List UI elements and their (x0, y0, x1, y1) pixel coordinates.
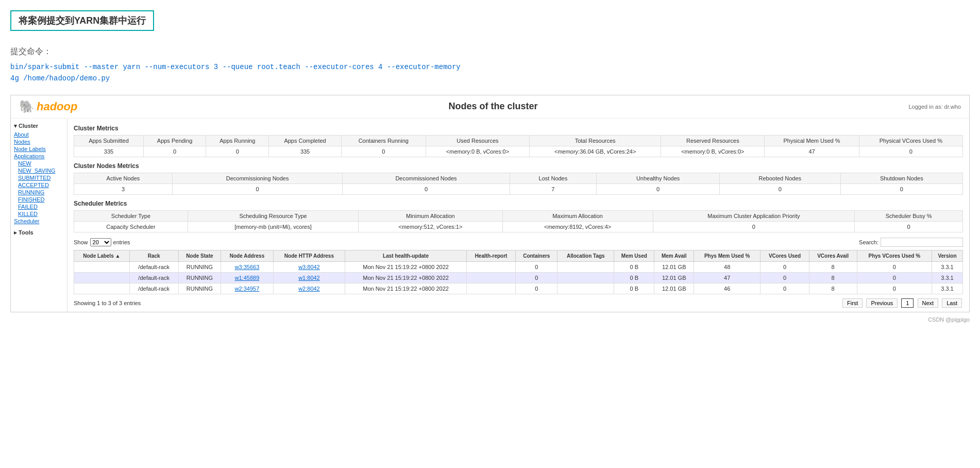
cell-address[interactable]: w1:45889 (221, 272, 273, 283)
sm-val-2: <memory:512, vCores:1> (359, 221, 503, 232)
nodes-header-vcores-avail: VCores Avail (809, 250, 857, 261)
cell-node-labels (74, 272, 130, 283)
sidebar-link-new[interactable]: NEW (18, 160, 64, 166)
cm-val-8: 47 (765, 146, 859, 157)
entries-label: entries (113, 239, 130, 245)
sidebar-link-running[interactable]: RUNNING (18, 189, 64, 195)
page-1-button[interactable]: 1 (901, 298, 914, 308)
cnm-val-3: 7 (510, 183, 596, 194)
nodes-header-address: Node Address (221, 250, 273, 261)
cell-rack: /default-rack (129, 261, 178, 272)
cell-address[interactable]: w2:34957 (221, 283, 273, 294)
table-row: /default-rackRUNNINGw1:45889w1:8042Mon N… (74, 272, 963, 283)
cell-phys-mem: 47 (694, 272, 761, 283)
hadoop-panel: 🐘 hadoop Nodes of the cluster Logged in … (10, 95, 970, 312)
table-row: /default-rackRUNNINGw3:35663w3:8042Mon N… (74, 261, 963, 272)
sidebar-link-applications[interactable]: Applications (14, 153, 64, 159)
cm-header-0: Apps Submitted (74, 135, 144, 146)
sm-val-1: [memory-mb (unit=Mi), vcores] (188, 221, 358, 232)
nodes-header-alloc-tags: Allocation Tags (557, 250, 614, 261)
cell-vcores-used: 0 (761, 261, 809, 272)
cluster-section-label: ▾ Cluster (14, 123, 64, 129)
nodes-header-vcores-used: VCores Used (761, 250, 809, 261)
sidebar-link-scheduler[interactable]: Scheduler (14, 218, 64, 224)
hadoop-page-title: Nodes of the cluster (77, 101, 908, 112)
cm-val-7: <memory:0 B, vCores:0> (661, 146, 765, 157)
cnm-header-0: Active Nodes (74, 173, 173, 183)
cell-phys-vcores: 0 (857, 261, 932, 272)
showing-text: Showing 1 to 3 of 3 entries (74, 300, 141, 306)
sidebar-link-accepted[interactable]: ACCEPTED (18, 182, 64, 188)
first-button[interactable]: First (842, 298, 863, 308)
cell-alloc-tags (557, 283, 614, 294)
cnm-val-4: 0 (597, 183, 720, 194)
cnm-val-5: 0 (720, 183, 840, 194)
sm-val-0: Capacity Scheduler (74, 221, 188, 232)
previous-button[interactable]: Previous (866, 298, 898, 308)
pagination-buttons: First Previous 1 Next Last (841, 298, 963, 308)
cluster-nodes-metrics-table: Active Nodes Decommissioning Nodes Decom… (74, 173, 963, 195)
cnm-val-0: 3 (74, 183, 173, 194)
cell-node-labels (74, 261, 130, 272)
cell-http[interactable]: w1:8042 (273, 272, 345, 283)
cell-http[interactable]: w3:8042 (273, 261, 345, 272)
cell-mem-avail: 12.01 GB (654, 261, 694, 272)
sidebar-link-killed[interactable]: KILLED (18, 211, 64, 217)
nodes-table: Node Labels ▲ Rack Node State Node Addre… (74, 250, 963, 294)
cm-header-6: Total Resources (530, 135, 661, 146)
cell-mem-avail: 12.01 GB (654, 272, 694, 283)
sidebar-link-nodes[interactable]: Nodes (14, 139, 64, 145)
sidebar-link-submitted[interactable]: SUBMITTED (18, 175, 64, 181)
table-row: /default-rackRUNNINGw2:34957w2:8042Mon N… (74, 283, 963, 294)
logged-in-label: Logged in as: dr.who (908, 104, 961, 110)
cell-http[interactable]: w2:8042 (273, 283, 345, 294)
sm-header-4: Maximum Cluster Application Priority (653, 210, 855, 221)
cell-vcores-used: 0 (761, 283, 809, 294)
cell-address[interactable]: w3:35663 (221, 261, 273, 272)
sidebar-link-about[interactable]: About (14, 131, 64, 138)
sidebar-link-finished[interactable]: FINISHED (18, 196, 64, 203)
cell-state: RUNNING (178, 261, 221, 272)
cnm-header-3: Lost Nodes (510, 173, 596, 183)
nodes-header-state: Node State (178, 250, 221, 261)
nodes-header-mem-used: Mem Used (614, 250, 654, 261)
cell-mem-avail: 12.01 GB (654, 283, 694, 294)
cm-val-2: 0 (206, 146, 269, 157)
scheduler-metrics-title: Scheduler Metrics (74, 200, 963, 207)
nodes-header-http: Node HTTP Address (273, 250, 345, 261)
cm-val-6: <memory:36.04 GB, vCores:24> (530, 146, 661, 157)
logo-elephant-icon: 🐘 (19, 99, 35, 114)
cell-phys-vcores: 0 (857, 272, 932, 283)
cell-phys-vcores: 0 (857, 283, 932, 294)
cell-containers: 0 (516, 261, 557, 272)
cm-val-4: 0 (341, 146, 426, 157)
cluster-metrics-table: Apps Submitted Apps Pending Apps Running… (74, 135, 963, 157)
cm-header-8: Physical Mem Used % (765, 135, 859, 146)
cnm-val-6: 0 (840, 183, 962, 194)
nodes-header-rack: Rack (129, 250, 178, 261)
csdn-watermark: CSDN @pigpigo (10, 316, 970, 323)
cell-version: 3.3.1 (932, 261, 963, 272)
cell-version: 3.3.1 (932, 272, 963, 283)
sort-icon[interactable]: ▲ (115, 253, 121, 259)
nodes-header-health-report: Health-report (466, 250, 515, 261)
cnm-header-4: Unhealthy Nodes (597, 173, 720, 183)
hadoop-header: 🐘 hadoop Nodes of the cluster Logged in … (11, 95, 969, 119)
subtitle: 提交命令： (10, 46, 970, 57)
nodes-header-phys-mem: Phys Mem Used % (694, 250, 761, 261)
last-button[interactable]: Last (942, 298, 962, 308)
search-input[interactable] (881, 238, 963, 247)
cell-state: RUNNING (178, 272, 221, 283)
cell-rack: /default-rack (129, 283, 178, 294)
sidebar-link-node-labels[interactable]: Node Labels (14, 146, 64, 152)
sm-val-4: 0 (653, 221, 855, 232)
entries-select[interactable]: 2050100 (90, 238, 111, 246)
sidebar-link-failed[interactable]: FAILED (18, 204, 64, 210)
cluster-nodes-metrics-title: Cluster Nodes Metrics (74, 162, 963, 170)
title-text: 将案例提交到YARN集群中运行 (19, 15, 146, 26)
sidebar-link-new-saving[interactable]: NEW_SAVING (18, 168, 64, 174)
cm-header-4: Containers Running (341, 135, 426, 146)
sidebar: ▾ Cluster About Nodes Node Labels Applic… (11, 119, 67, 312)
cell-mem-used: 0 B (614, 261, 654, 272)
next-button[interactable]: Next (918, 298, 939, 308)
